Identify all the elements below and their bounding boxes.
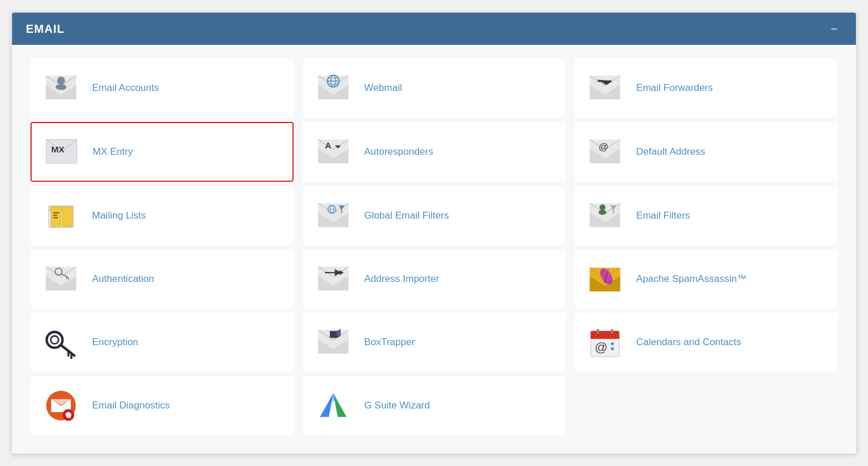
boxtrapper-icon <box>313 322 354 363</box>
svg-text:A: A <box>325 140 331 150</box>
email-filters-icon <box>584 195 626 236</box>
item-boxtrapper[interactable]: BoxTrapper <box>303 313 566 372</box>
webmail-icon <box>313 67 354 109</box>
item-g-suite-wizard[interactable]: G Suite Wizard <box>303 376 566 435</box>
email-filters-label: Email Filters <box>636 210 690 221</box>
authentication-icon <box>40 258 82 300</box>
apache-spamassassin-icon <box>584 258 626 300</box>
svg-rect-27 <box>63 207 73 227</box>
mx-entry-icon: MX <box>41 131 82 173</box>
svg-rect-72 <box>611 329 614 334</box>
item-encryption[interactable]: Encryption <box>31 313 294 372</box>
svg-point-75 <box>611 347 614 350</box>
global-email-filters-label: Global Email Filters <box>364 210 449 221</box>
item-apache-spamassassin[interactable]: Apache SpamAssassin™ <box>574 250 837 308</box>
calendars-contacts-icon: @ <box>584 322 626 363</box>
item-email-forwarders[interactable]: Email Forwarders <box>574 59 837 117</box>
svg-rect-26 <box>51 207 61 227</box>
item-mx-entry[interactable]: MX MX Entry <box>31 122 294 182</box>
email-forwarders-icon <box>584 67 626 109</box>
item-autoresponders[interactable]: A Autoresponders <box>303 122 566 182</box>
panel-header: EMAIL − <box>12 13 856 45</box>
email-diagnostics-icon <box>40 385 82 426</box>
svg-rect-30 <box>53 217 58 219</box>
svg-rect-28 <box>53 212 59 213</box>
email-accounts-label: Email Accounts <box>92 82 159 94</box>
global-email-filters-icon <box>313 195 354 236</box>
mailing-lists-icon <box>40 195 82 236</box>
email-accounts-icon <box>40 67 82 109</box>
minimize-button[interactable]: − <box>826 21 842 37</box>
calendars-contacts-label: Calendars and Contacts <box>636 337 741 348</box>
item-email-accounts[interactable]: Email Accounts <box>31 59 294 117</box>
item-email-filters[interactable]: Email Filters <box>574 186 837 245</box>
item-authentication[interactable]: Authentication <box>31 250 294 308</box>
email-diagnostics-label: Email Diagnostics <box>92 400 170 411</box>
svg-marker-82 <box>333 394 347 417</box>
default-address-icon: @ <box>584 131 626 173</box>
panel-title: EMAIL <box>26 22 64 36</box>
svg-marker-84 <box>329 394 337 402</box>
item-webmail[interactable]: Webmail <box>303 59 566 117</box>
item-global-email-filters[interactable]: Global Email Filters <box>303 186 566 245</box>
svg-point-59 <box>51 336 59 344</box>
svg-marker-81 <box>320 394 333 417</box>
g-suite-wizard-label: G Suite Wizard <box>364 400 430 411</box>
mx-entry-label: MX Entry <box>93 146 133 158</box>
svg-point-74 <box>611 342 614 345</box>
email-panel: EMAIL − Email Accounts Webmail <box>12 12 856 454</box>
panel-body: Email Accounts Webmail Email Forwarders … <box>12 45 856 453</box>
item-email-diagnostics[interactable]: Email Diagnostics <box>31 376 294 435</box>
svg-marker-65 <box>330 331 337 338</box>
mailing-lists-label: Mailing Lists <box>92 210 146 221</box>
svg-text:@: @ <box>599 141 608 152</box>
svg-rect-29 <box>53 215 57 216</box>
svg-point-3 <box>56 84 67 90</box>
g-suite-wizard-icon <box>313 385 354 426</box>
email-forwarders-label: Email Forwarders <box>636 82 713 94</box>
items-grid: Email Accounts Webmail Email Forwarders … <box>31 59 837 435</box>
autoresponders-label: Autoresponders <box>364 146 433 158</box>
address-importer-icon <box>313 258 354 300</box>
default-address-label: Default Address <box>636 146 705 158</box>
apache-spamassassin-label: Apache SpamAssassin™ <box>636 273 747 285</box>
svg-point-39 <box>600 204 606 210</box>
item-default-address[interactable]: @ Default Address <box>574 122 837 182</box>
item-mailing-lists[interactable]: Mailing Lists <box>31 186 294 245</box>
encryption-label: Encryption <box>92 337 138 348</box>
item-calendars-contacts[interactable]: @ Calendars and Contacts <box>574 313 837 372</box>
svg-point-40 <box>599 210 607 215</box>
address-importer-label: Address Importer <box>364 273 439 285</box>
authentication-label: Authentication <box>92 273 154 285</box>
svg-rect-71 <box>597 329 599 334</box>
svg-point-2 <box>57 77 65 85</box>
svg-text:@: @ <box>595 340 608 354</box>
svg-text:MX: MX <box>51 144 65 154</box>
svg-rect-70 <box>591 336 619 339</box>
autoresponders-icon: A <box>313 131 354 173</box>
item-address-importer[interactable]: Address Importer <box>303 250 566 308</box>
encryption-icon <box>40 322 82 363</box>
svg-line-60 <box>60 345 74 356</box>
boxtrapper-label: BoxTrapper <box>364 337 415 348</box>
webmail-label: Webmail <box>364 82 402 94</box>
